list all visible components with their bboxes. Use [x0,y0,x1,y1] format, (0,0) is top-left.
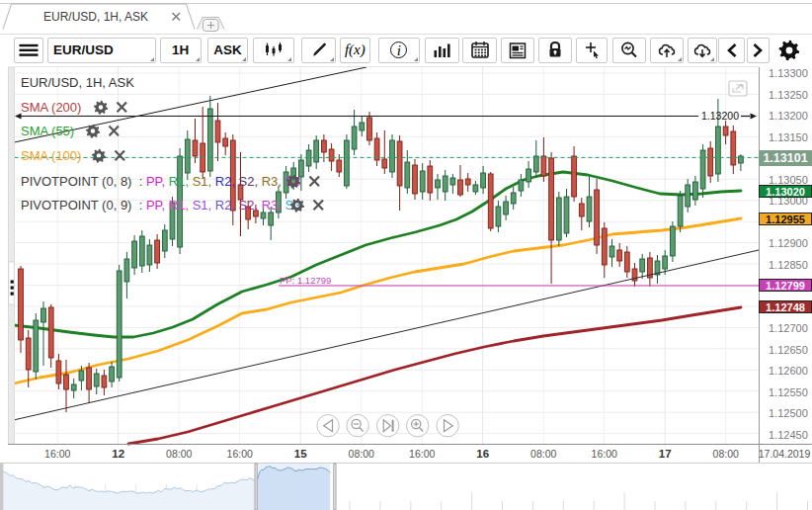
svg-text:EUR/USD, 1H, ASK: EUR/USD, 1H, ASK [43,10,148,24]
svg-text:1.13200: 1.13200 [701,110,739,122]
svg-text:PP: 1.12799: PP: 1.12799 [280,275,331,286]
